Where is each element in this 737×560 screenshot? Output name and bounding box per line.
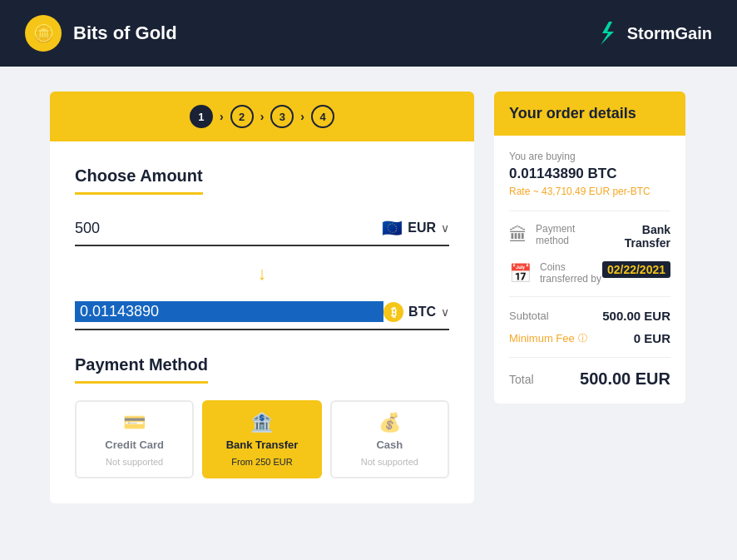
eur-chevron-icon: ∨ [441,221,449,235]
bank-transfer-label: Bank Transfer [226,439,299,452]
main-content: 1 › 2 › 3 › 4 Choose Amount 🇪🇺 E [0,67,737,528]
payment-bank-transfer[interactable]: 🏦 Bank Transfer From 250 EUR [202,400,321,478]
fee-info-icon[interactable]: ⓘ [578,332,587,344]
amount-input[interactable] [75,220,382,237]
btc-row: ₿ BTC ∨ [75,301,449,330]
buying-label: You are buying [509,151,670,162]
step-3[interactable]: 3 [270,105,294,128]
payment-methods: 💳 Credit Card Not supported 🏦 Bank Trans… [75,400,449,478]
step-arrow-1: › [220,110,224,123]
coins-transferred-content: Coins transferred by 02/22/2021 [540,261,670,285]
btc-currency-selector[interactable]: ₿ BTC ∨ [383,302,449,322]
fee-value: 0 EUR [634,331,670,345]
buying-amount: 0.01143890 BTC [509,166,670,182]
payment-cash[interactable]: 💰 Cash Not supported [330,400,449,478]
payment-method-key: Payment method [536,223,602,246]
coins-transferred-key: Coins transferred by [540,261,602,285]
cash-icon: 💰 [378,412,401,434]
bank-detail-icon: 🏛 [509,225,527,246]
subtotal-row: Subtotal 500.00 EUR [509,309,670,323]
credit-card-sublabel: Not supported [106,457,163,467]
stormgain-text: StormGain [627,24,712,43]
divider-3 [509,357,670,358]
cash-sublabel: Not supported [361,457,418,467]
form-panel: Choose Amount 🇪🇺 EUR ∨ ↓ ₿ BTC [50,141,474,503]
payment-method-inner: Payment method Bank Transfer [536,223,670,250]
order-title: Your order details [509,105,670,122]
app-title: Bits of Gold [73,22,177,44]
credit-card-icon: 💳 [123,412,146,434]
svg-marker-0 [601,22,614,45]
total-value: 500.00 EUR [580,369,670,389]
payment-method-row: 🏛 Payment method Bank Transfer [509,223,670,250]
divider-2 [509,296,670,297]
eur-flag-icon: 🇪🇺 [382,218,403,238]
cash-label: Cash [376,439,403,452]
step-4[interactable]: 4 [311,105,334,128]
payment-method-title: Payment Method [75,355,208,384]
bank-transfer-sublabel: From 250 EUR [231,457,292,467]
btc-chevron-icon: ∨ [441,305,449,319]
stormgain-logo: StormGain [594,20,712,47]
subtotal-value: 500.00 EUR [602,309,670,323]
left-panel: 1 › 2 › 3 › 4 Choose Amount 🇪🇺 E [50,92,474,503]
header-left: 🪙 Bits of Gold [25,15,177,52]
step-arrow-3: › [300,110,304,123]
total-row: Total 500.00 EUR [509,369,670,389]
divider-1 [509,211,670,211]
credit-card-label: Credit Card [105,439,164,452]
coins-transferred-row: 📅 Coins transferred by 02/22/2021 [509,261,670,285]
btc-icon: ₿ [383,302,403,322]
coins-icon: 📅 [509,263,532,285]
header: 🪙 Bits of Gold StormGain [0,0,737,67]
payment-method-content: Payment method Bank Transfer [536,223,670,250]
coins-transferred-inner: Coins transferred by 02/22/2021 [540,261,670,285]
steps-bar: 1 › 2 › 3 › 4 [50,92,474,141]
eur-currency-selector[interactable]: 🇪🇺 EUR ∨ [382,218,449,238]
amount-row: 🇪🇺 EUR ∨ [75,218,449,246]
bank-transfer-icon: 🏦 [250,412,273,434]
buying-rate: Rate ~ 43,710.49 EUR per-BTC [509,186,670,197]
down-arrow-icon: ↓ [258,263,267,285]
step-1[interactable]: 1 [190,105,213,128]
step-2[interactable]: 2 [230,105,254,128]
right-panel: Your order details You are buying 0.0114… [494,92,685,503]
payment-method-value: Bank Transfer [602,223,670,250]
total-label: Total [509,373,534,386]
btc-label: BTC [408,305,436,320]
stormgain-icon [594,20,621,47]
payment-credit-card[interactable]: 💳 Credit Card Not supported [75,400,194,478]
btc-input[interactable] [75,301,383,322]
fee-row: Minimum Fee ⓘ 0 EUR [509,331,670,345]
choose-amount-title: Choose Amount [75,166,203,195]
step-arrow-2: › [260,110,265,123]
logo-icon: 🪙 [25,15,62,52]
coins-transferred-value: 02/22/2021 [602,261,670,278]
subtotal-label: Subtotal [509,310,549,322]
eur-label: EUR [408,221,436,235]
header-right: StormGain [594,20,712,47]
fee-label: Minimum Fee ⓘ [509,332,587,344]
order-body: You are buying 0.01143890 BTC Rate ~ 43,… [494,136,685,404]
order-header: Your order details [494,92,685,136]
conversion-arrow-row: ↓ [75,263,449,285]
